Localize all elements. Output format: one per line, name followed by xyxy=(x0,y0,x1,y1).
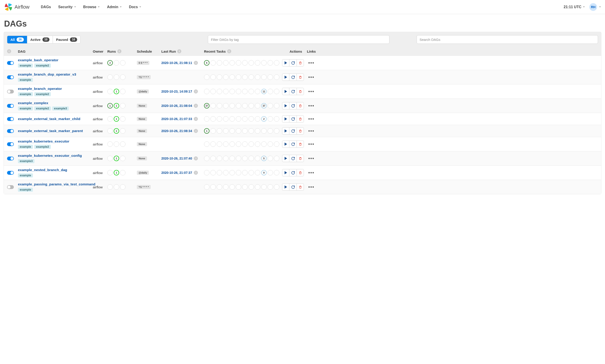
dag-tag[interactable]: example2 xyxy=(34,92,51,96)
th-recent-tasks[interactable]: Recent Tasks i xyxy=(204,49,281,53)
trigger-dag-button[interactable] xyxy=(282,155,289,162)
brand[interactable]: Airflow xyxy=(4,3,29,11)
status-circle[interactable] xyxy=(223,128,229,134)
info-icon[interactable]: i xyxy=(194,104,198,108)
info-icon[interactable]: i xyxy=(194,117,198,121)
dag-name-link[interactable]: example_external_task_marker_parent xyxy=(18,129,93,133)
status-circle[interactable] xyxy=(210,128,216,134)
dag-name-link[interactable]: example_kubernetes_executor_config xyxy=(18,154,93,158)
status-circle[interactable] xyxy=(204,89,209,94)
status-circle[interactable] xyxy=(230,156,235,161)
status-circle[interactable] xyxy=(242,128,248,134)
status-circle[interactable] xyxy=(210,141,216,147)
status-circle[interactable] xyxy=(274,128,279,134)
status-circle[interactable] xyxy=(223,156,229,161)
status-circle[interactable]: 1 xyxy=(204,128,209,134)
more-links-button[interactable]: ••• xyxy=(308,75,314,80)
status-circle[interactable]: 1 xyxy=(107,103,113,108)
dag-name-link[interactable]: example_nested_branch_dag xyxy=(18,168,93,172)
status-circle[interactable] xyxy=(114,141,119,147)
status-circle[interactable] xyxy=(107,74,113,80)
status-circle[interactable] xyxy=(107,184,113,190)
status-circle[interactable] xyxy=(114,184,119,190)
status-circle[interactable]: 6 xyxy=(204,60,209,65)
search-dags-input[interactable] xyxy=(417,35,598,44)
schedule-pill[interactable]: None xyxy=(137,156,147,160)
status-circle[interactable] xyxy=(242,141,248,147)
status-circle[interactable] xyxy=(255,89,260,94)
schedule-pill[interactable]: */1 * * * * xyxy=(137,75,151,79)
status-circle[interactable] xyxy=(242,116,248,122)
trigger-dag-button[interactable] xyxy=(282,115,289,123)
info-icon[interactable]: i xyxy=(194,61,198,65)
last-run-link[interactable]: 2020-10-26, 21:07:37 xyxy=(161,171,192,174)
status-circle[interactable] xyxy=(204,74,209,80)
status-circle[interactable] xyxy=(223,170,229,175)
dag-tag[interactable]: example xyxy=(18,188,33,192)
tab-paused[interactable]: Paused 16 xyxy=(53,36,80,43)
dag-tag[interactable]: example xyxy=(18,173,33,177)
dag-enable-toggle[interactable] xyxy=(7,90,14,93)
nav-item-dags[interactable]: DAGs xyxy=(37,0,54,14)
more-links-button[interactable]: ••• xyxy=(308,103,314,108)
refresh-dag-button[interactable] xyxy=(289,183,296,191)
status-circle[interactable] xyxy=(274,60,279,65)
status-circle[interactable] xyxy=(223,89,229,94)
refresh-dag-button[interactable] xyxy=(289,155,296,162)
status-circle[interactable] xyxy=(242,156,248,161)
status-circle[interactable] xyxy=(217,74,222,80)
status-circle[interactable] xyxy=(242,170,248,175)
status-circle[interactable] xyxy=(248,74,254,80)
status-circle[interactable] xyxy=(255,74,260,80)
refresh-dag-button[interactable] xyxy=(289,127,296,135)
nav-item-browse[interactable]: Browse xyxy=(80,0,103,14)
status-circle[interactable] xyxy=(255,156,260,161)
status-circle[interactable] xyxy=(217,170,222,175)
dag-enable-toggle[interactable] xyxy=(7,117,14,121)
delete-dag-button[interactable] xyxy=(296,88,304,95)
status-circle[interactable] xyxy=(217,60,222,65)
trigger-dag-button[interactable] xyxy=(282,59,289,66)
more-links-button[interactable]: ••• xyxy=(308,156,314,161)
delete-dag-button[interactable] xyxy=(296,59,304,66)
status-circle[interactable] xyxy=(223,141,229,147)
status-circle[interactable] xyxy=(248,141,254,147)
trigger-dag-button[interactable] xyxy=(282,183,289,191)
status-circle[interactable] xyxy=(223,116,229,122)
status-circle[interactable] xyxy=(236,128,241,134)
status-circle[interactable] xyxy=(255,184,260,190)
status-circle[interactable] xyxy=(248,103,254,108)
status-circle[interactable]: 11 xyxy=(261,89,267,94)
dag-name-link[interactable]: example_external_task_marker_child xyxy=(18,117,93,121)
status-circle[interactable] xyxy=(268,103,273,108)
status-circle[interactable] xyxy=(261,184,267,190)
th-dag[interactable]: DAG xyxy=(18,50,93,53)
status-circle[interactable] xyxy=(268,170,273,175)
status-circle[interactable] xyxy=(236,141,241,147)
status-circle[interactable] xyxy=(242,103,248,108)
status-circle[interactable] xyxy=(268,184,273,190)
status-circle[interactable] xyxy=(268,141,273,147)
status-circle[interactable] xyxy=(255,60,260,65)
status-circle[interactable] xyxy=(217,128,222,134)
delete-dag-button[interactable] xyxy=(296,127,304,135)
last-run-link[interactable]: 2020-10-26, 21:07:33 xyxy=(161,117,192,121)
status-circle[interactable] xyxy=(230,60,235,65)
status-circle[interactable] xyxy=(120,60,126,65)
status-circle[interactable] xyxy=(204,116,209,122)
status-circle[interactable] xyxy=(120,128,126,134)
dag-tag[interactable]: example3 xyxy=(18,159,35,163)
refresh-dag-button[interactable] xyxy=(289,74,296,81)
status-circle[interactable]: 1 xyxy=(114,89,119,94)
trigger-dag-button[interactable] xyxy=(282,102,289,109)
schedule-pill[interactable]: 0 0 * * * xyxy=(137,61,149,65)
status-circle[interactable] xyxy=(274,156,279,161)
status-circle[interactable] xyxy=(248,170,254,175)
status-circle[interactable] xyxy=(204,156,209,161)
status-circle[interactable] xyxy=(230,170,235,175)
dag-tag[interactable]: example2 xyxy=(34,145,51,149)
status-circle[interactable] xyxy=(120,116,126,122)
status-circle[interactable] xyxy=(230,89,235,94)
status-circle[interactable] xyxy=(204,141,209,147)
refresh-dag-button[interactable] xyxy=(289,59,296,66)
